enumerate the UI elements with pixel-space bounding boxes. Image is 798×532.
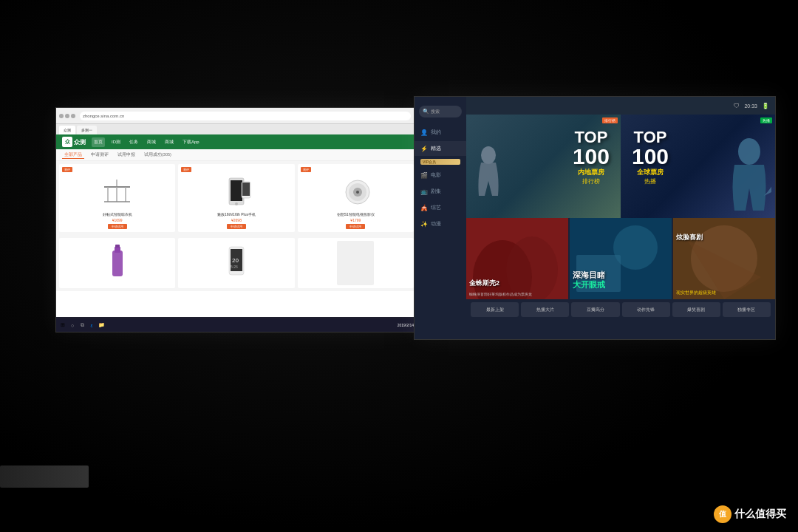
cat-new[interactable]: 最新上架 xyxy=(471,302,519,317)
cat-exclusive[interactable]: 独播专区 xyxy=(723,302,771,317)
url-text: zhongce.sina.com.cn xyxy=(83,114,124,118)
content-card-2[interactable]: 热播 深海目睹 大开眼戒 xyxy=(570,218,672,299)
product-bottom-row: 20 5:26 xyxy=(56,235,417,291)
search-icon: 🔍 xyxy=(423,109,429,115)
browser-tab-1[interactable]: 众测 xyxy=(59,126,75,134)
taskbar-time: 2019/2/14 xyxy=(398,323,414,327)
nav-anime[interactable]: ✨ 动漫 xyxy=(415,216,466,231)
anime-icon: ✨ xyxy=(420,221,428,228)
sub-nav-success[interactable]: 试用成功(305) xyxy=(142,151,174,158)
stream-sidebar: 🔍 搜索 👤 我的 ⚡ 精选 VIP会员 🎬 电影 📺 剧集 🎪 综艺 xyxy=(415,97,466,339)
nav-item-review[interactable]: 商城 xyxy=(145,137,158,147)
search-placeholder: 搜索 xyxy=(431,109,440,115)
windows-taskbar: ⊞ ○ ⧉ ε 📁 2019/2/14 xyxy=(56,318,417,332)
svg-point-7 xyxy=(235,202,238,205)
site-nav: 首页 ID测 任务 商城 商城 下载App xyxy=(92,137,202,147)
cat-action[interactable]: 动作先锋 xyxy=(622,302,670,317)
banner-subtitle-1: 内地票房 xyxy=(573,168,610,177)
site-logo-icon: 众 xyxy=(62,137,72,147)
nav-item-task[interactable]: 任务 xyxy=(127,137,140,147)
edge-icon[interactable]: ε xyxy=(88,321,95,329)
nav-item-home[interactable]: 首页 xyxy=(92,137,105,147)
nav-my[interactable]: 👤 我的 xyxy=(415,125,466,140)
site-logo: 众 众测 xyxy=(62,137,86,147)
folder-icon[interactable]: 📁 xyxy=(98,321,105,329)
stream-header: 🛡 20:33 🔋 xyxy=(466,97,775,115)
nav-item-download[interactable]: 下载App xyxy=(180,137,202,147)
browser-chrome: zhongce.sina.com.cn xyxy=(56,108,417,124)
shield-icon: 🛡 xyxy=(734,103,740,109)
series-icon: 📺 xyxy=(420,188,428,195)
bottom-device xyxy=(0,466,89,488)
browser-dot-1 xyxy=(59,114,64,118)
stream-search-area: 🔍 搜索 xyxy=(415,103,466,120)
product-name-1: 好帖式智能晾衣机 xyxy=(103,212,132,216)
browser-dot-2 xyxy=(65,114,69,118)
product-name-2: 魅族16th/16th Plus手机 xyxy=(217,212,256,216)
sub-nav-all[interactable]: 全部产品 xyxy=(62,151,84,159)
banner-label-2: 热播 xyxy=(760,117,772,123)
site-header: 众 众测 首页 ID测 任务 商城 商城 下载App xyxy=(56,134,417,149)
svg-text:5:26: 5:26 xyxy=(231,265,238,269)
cat-comedy[interactable]: 爆笑喜剧 xyxy=(672,302,720,317)
svg-rect-6 xyxy=(231,180,242,201)
product-badge-3: 测评 xyxy=(301,167,311,172)
product-image-2 xyxy=(214,174,259,211)
stream-search-box[interactable]: 🔍 搜索 xyxy=(419,106,462,117)
browser-tab-2[interactable]: 多测一 xyxy=(77,126,97,134)
sub-nav-apply[interactable]: 申请测评 xyxy=(89,151,111,158)
banner-domestic[interactable]: 排行榜 TOP 100 内地票房 排行榜 xyxy=(466,115,621,218)
right-monitor: 🔍 搜索 👤 我的 ⚡ 精选 VIP会员 🎬 电影 📺 剧集 🎪 综艺 xyxy=(414,96,776,340)
product-card-4 xyxy=(59,238,175,288)
banner-subtitle-2: 全球票房 xyxy=(632,168,669,177)
browser-url[interactable]: zhongce.sina.com.cn xyxy=(80,112,411,120)
start-icon[interactable]: ⊞ xyxy=(59,321,66,329)
product-grid: 测评 好帖式智能晾衣机 ¥1699 申请试用 测评 xyxy=(56,161,417,235)
product-price-3: ¥1799 xyxy=(350,218,361,222)
website-content: 众 众测 首页 ID测 任务 商城 商城 下载App 全部产品 申请测评 试用申… xyxy=(56,134,417,317)
left-monitor: zhongce.sina.com.cn 众测 多测一 众 众测 首页 ID测 任… xyxy=(55,107,417,332)
sub-nav-trial[interactable]: 试用申报 xyxy=(115,151,137,158)
cat-hot[interactable]: 热播大片 xyxy=(521,302,569,317)
svg-point-22 xyxy=(738,138,760,165)
content-title-1: 金蛛斯壳2 xyxy=(469,279,499,288)
product-image-3 xyxy=(333,174,378,211)
product-card-3: 测评 创想S1智能电视投影仪 ¥1799 申请试用 xyxy=(298,164,414,232)
product-btn-2[interactable]: 申请试用 xyxy=(227,224,246,229)
browser-tabs: 众测 多测一 xyxy=(56,124,417,134)
product-badge-2: 测评 xyxy=(181,167,191,172)
content-card-1[interactable]: 独家 金蛛斯壳2 蜘蛛侠首部好莱坞版权作品成为票房龙 xyxy=(466,218,568,299)
nav-movie[interactable]: 🎬 电影 xyxy=(415,168,466,183)
selected-icon: ⚡ xyxy=(420,146,428,152)
content-title-3: 炫脸喜剧 xyxy=(676,233,772,242)
svg-point-13 xyxy=(356,191,359,194)
search-icon-task[interactable]: ○ xyxy=(69,321,76,329)
svg-point-21 xyxy=(481,146,496,164)
stream-banner: 排行榜 TOP 100 内地票房 排行榜 热播 xyxy=(466,115,775,218)
stream-content-row: 独家 金蛛斯壳2 蜘蛛侠首部好莱坞版权作品成为票房龙 热播 深海目睹 大 xyxy=(466,218,775,299)
nav-variety[interactable]: 🎪 综艺 xyxy=(415,200,466,215)
svg-text:20: 20 xyxy=(232,257,239,264)
nav-series[interactable]: 📺 剧集 xyxy=(415,184,466,199)
nav-selected[interactable]: ⚡ 精选 xyxy=(415,141,466,156)
watermark-text: 什么值得买 xyxy=(734,508,786,521)
content-card-3[interactable]: 热播 炫脸喜剧 现实世界的超级英雄 xyxy=(673,218,775,299)
product-card-2: 测评 魅族16th/16th Plus手机 ¥2698 申请试用 xyxy=(178,164,294,232)
nav-item-shop[interactable]: 商城 xyxy=(163,137,176,147)
banner-global[interactable]: 热播 TOP 100 全球票房 热播 xyxy=(621,115,775,218)
nav-item-id[interactable]: ID测 xyxy=(109,137,123,147)
watermark-icon: 值 xyxy=(714,505,732,523)
product-image-1 xyxy=(95,174,140,211)
stream-categories: 最新上架 热播大片 豆瓣高分 动作先锋 爆笑喜剧 独播专区 xyxy=(466,299,775,320)
banner-label-1: 排行榜 xyxy=(602,117,618,123)
stream-time: 20:33 xyxy=(744,103,757,109)
cat-douban[interactable]: 豆瓣高分 xyxy=(571,302,619,317)
product-btn-1[interactable]: 申请试用 xyxy=(108,224,127,229)
task-view-icon[interactable]: ⧉ xyxy=(78,321,86,329)
product-btn-3[interactable]: 申请试用 xyxy=(346,224,365,229)
svg-rect-16 xyxy=(115,245,120,248)
my-icon: 👤 xyxy=(420,129,428,136)
vip-badge[interactable]: VIP会员 xyxy=(420,159,460,165)
svg-rect-14 xyxy=(112,250,123,276)
battery-icon: 🔋 xyxy=(762,103,769,109)
